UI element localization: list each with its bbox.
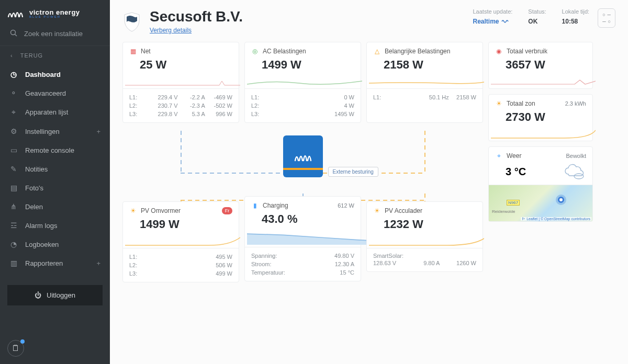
alarm-icon: ☲ — [9, 221, 18, 230]
ac-loads-phase-table: L1:0 W L2:4 W L3:1495 W — [245, 88, 361, 122]
realtime-wave-icon — [501, 19, 510, 24]
nav-alarm-logs[interactable]: ☲ Alarm logs — [0, 216, 110, 235]
solar-sparkline — [489, 128, 598, 139]
power-icon: ⏻ — [35, 291, 41, 299]
plus-icon: + — [96, 259, 100, 267]
back-link[interactable]: ‹ TERUG — [0, 46, 110, 65]
status-value: OK — [528, 18, 546, 25]
fronius-badge-icon: Fr — [222, 207, 232, 214]
sun-icon: ☀ — [495, 100, 502, 107]
svg-point-2 — [574, 174, 584, 179]
pv-inverter-sparkline — [123, 235, 242, 246]
pv-inverter-value: 1499 W — [123, 217, 239, 235]
nav-logbooks[interactable]: ◔ Logboeken — [0, 235, 110, 254]
battery-card[interactable]: ▮ Charging 612 W 43.0 % Spanning:49.80 V… — [244, 196, 361, 281]
local-time-value: 10:58 — [562, 18, 590, 25]
nav-settings[interactable]: ⚙ Instellingen + — [0, 122, 110, 141]
grid-icon: ▦ — [129, 48, 137, 55]
last-update-label: Laatste update: — [473, 8, 512, 15]
logout-button[interactable]: ⏻ Uitloggen — [7, 285, 103, 305]
nav-advanced[interactable]: ⚬ Geavanceerd — [0, 84, 110, 103]
search-input[interactable]: Zoek een installatie — [0, 22, 110, 46]
total-solar-title: Totaal zon — [507, 100, 535, 107]
ac-loads-card[interactable]: ◎ AC Belastingen 1499 W L1:0 W L2:4 W L3… — [244, 42, 361, 123]
battery-title: Charging — [263, 202, 288, 209]
pv-charger-details: SmartSolar: 128.63 V9.80 A1260 W — [367, 248, 483, 271]
installation-shield-icon — [122, 12, 141, 32]
pv-charger-title: PV Acculader — [385, 207, 422, 214]
warning-icon: △ — [373, 48, 380, 55]
total-solar-card[interactable]: ☀ Totaal zon 2.3 kWh 2730 W — [488, 94, 593, 141]
nav-photos[interactable]: ▤ Foto's — [0, 178, 110, 197]
nav-remote-console[interactable]: ▭ Remote console — [0, 141, 110, 160]
nav-devices[interactable]: ⌖ Apparaten lijst — [0, 103, 110, 122]
weather-temp: 3 °C — [506, 166, 526, 178]
weather-card[interactable]: ⌖ Weer Bewolkt 3 °C N967 Re — [488, 146, 593, 222]
installation-title: Secusoft B.V. — [150, 8, 243, 25]
weather-title: Weer — [507, 152, 521, 160]
chevron-left-icon: ‹ — [10, 52, 13, 59]
svg-line-1 — [15, 35, 17, 37]
map-road-label: N967 — [507, 200, 520, 206]
nodes-icon: ⚬ — [9, 89, 18, 97]
critical-loads-value: 2158 W — [367, 57, 483, 76]
nav-share[interactable]: ⋔ Delen — [0, 197, 110, 216]
plus-icon: + — [96, 128, 100, 135]
total-consumption-title: Totaal verbruik — [507, 48, 547, 55]
status-label: Status: — [528, 8, 546, 15]
location-pin-icon: ⌖ — [495, 152, 502, 160]
critical-loads-title: Belangrijke Belastingen — [385, 48, 450, 55]
pv-charger-card[interactable]: ☀ PV Acculader 1232 W SmartSolar: 128.63… — [366, 201, 483, 272]
battery-soc: 43.0 % — [245, 211, 361, 230]
inverter-node[interactable]: Externe besturing — [283, 135, 323, 177]
header-meta: Laatste update: Realtime Status: OK Loka… — [473, 8, 589, 25]
grid-card[interactable]: ▦ Net 25 W L1:229.4 V-2.2 A-469 W L2:230… — [122, 42, 239, 123]
grid-value: 25 W — [123, 57, 239, 76]
battery-watts: 612 W — [338, 202, 354, 209]
view-options-button[interactable]: ○─ ─○ — [598, 8, 615, 28]
brand-logo: victron energy BLUE POWER — [0, 0, 110, 22]
nav-report[interactable]: ▥ Rapporteren + — [0, 254, 110, 272]
plug-icon: ◎ — [251, 48, 259, 55]
pv-charger-value: 1232 W — [367, 217, 483, 235]
gear-icon: ⚙ — [9, 127, 18, 135]
sidebar: victron energy BLUE POWER Zoek een insta… — [0, 0, 110, 364]
grid-sparkline — [123, 76, 242, 86]
nav-dashboard[interactable]: ◷ Dashboard — [0, 65, 110, 84]
battery-details: Spanning:49.80 V Stroom:12.30 A Temperat… — [245, 247, 361, 281]
clock-icon: ◔ — [9, 240, 18, 248]
battery-sparkline — [245, 230, 384, 245]
nav-notes[interactable]: ✎ Notities — [0, 160, 110, 178]
search-placeholder: Zoek een installatie — [24, 30, 83, 38]
total-consumption-card[interactable]: ◉ Totaal verbruik 3657 W — [488, 42, 593, 89]
report-icon: ▥ — [9, 259, 18, 267]
gauge-icon: ◷ — [9, 70, 18, 78]
sun-icon: ☀ — [373, 207, 380, 214]
share-icon: ⋔ — [9, 202, 18, 211]
local-time-label: Lokale tijd: — [562, 8, 590, 15]
pin-icon: ⌖ — [9, 108, 18, 117]
page-header: Secusoft B.V. Verberg details Laatste up… — [122, 8, 615, 35]
map-pin-icon — [558, 197, 564, 203]
notes-fab[interactable]: 🗒 — [7, 340, 24, 357]
critical-loads-phase-table: L1:50.1 Hz2158 W . . — [367, 88, 483, 122]
ac-loads-title: AC Belastingen — [263, 48, 306, 55]
map-place-label: Reiderwolde — [492, 209, 515, 214]
ac-loads-value: 1499 W — [245, 57, 361, 76]
pv-charger-sparkline — [367, 235, 486, 246]
note-icon: ✎ — [9, 165, 18, 173]
grid-title: Net — [141, 48, 151, 55]
location-map[interactable]: N967 Reiderwolde 🏳 Leaflet | © OpenStree… — [489, 185, 592, 221]
grid-phase-table: L1:229.4 V-2.2 A-469 W L2:230.7 V-2.3 A-… — [123, 88, 239, 122]
pv-inverter-title: PV Omvormer — [141, 207, 181, 214]
last-update-value: Realtime — [473, 18, 512, 25]
critical-loads-sparkline — [367, 76, 486, 86]
photo-icon: ▤ — [9, 184, 18, 192]
pv-inverter-card[interactable]: ☀ PV Omvormer Fr 1499 W L1:495 W L2:506 … — [122, 201, 239, 282]
map-attribution: 🏳 Leaflet | © OpenStreetMap contributors — [521, 217, 591, 221]
critical-loads-card[interactable]: △ Belangrijke Belastingen 2158 W L1:50.1… — [366, 42, 483, 123]
ac-loads-sparkline — [245, 76, 364, 86]
weather-state: Bewolkt — [566, 153, 586, 159]
toggle-details-link[interactable]: Verberg details — [150, 27, 192, 34]
main-content: Secusoft B.V. Verberg details Laatste up… — [110, 0, 628, 364]
